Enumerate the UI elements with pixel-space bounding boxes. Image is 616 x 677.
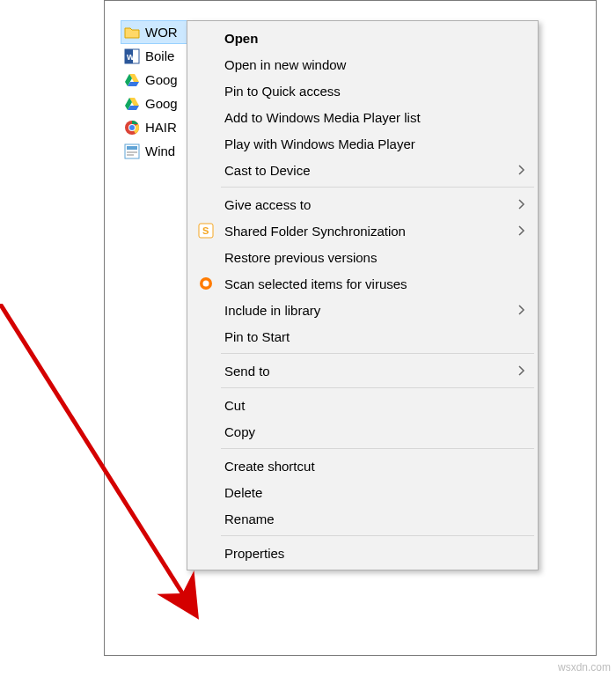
menu-restore-previous[interactable]: Restore previous versions	[189, 244, 536, 270]
menu-properties[interactable]: Properties	[189, 540, 536, 566]
menu-scan-viruses[interactable]: Scan selected items for viruses	[189, 270, 536, 297]
sync-icon: S	[198, 223, 214, 239]
menu-open-new-window[interactable]: Open in new window	[189, 51, 536, 77]
menu-label: Send to	[224, 364, 270, 379]
menu-delete[interactable]: Delete	[189, 479, 536, 505]
file-label: Boile	[145, 48, 174, 63]
file-label: WOR	[145, 25, 178, 40]
menu-cut[interactable]: Cut	[189, 392, 536, 418]
menu-label: Give access to	[224, 197, 311, 212]
app-icon	[124, 143, 140, 159]
menu-pin-to-start[interactable]: Pin to Start	[189, 323, 536, 350]
menu-copy[interactable]: Copy	[189, 418, 536, 445]
chevron-right-icon	[517, 365, 527, 376]
svg-point-11	[129, 125, 135, 130]
menu-label: Shared Folder Synchronization	[224, 224, 406, 239]
menu-label: Open in new window	[224, 57, 346, 72]
menu-label: Pin to Start	[224, 329, 290, 344]
menu-separator	[221, 387, 534, 388]
menu-shared-folder-sync[interactable]: S Shared Folder Synchronization	[189, 217, 536, 244]
svg-rect-15	[127, 154, 134, 156]
menu-cast-to-device[interactable]: Cast to Device	[189, 157, 536, 183]
file-label: HAIR	[145, 120, 177, 135]
menu-label: Create shortcut	[224, 459, 315, 474]
menu-send-to[interactable]: Send to	[189, 357, 536, 384]
context-menu: Open Open in new window Pin to Quick acc…	[187, 20, 539, 570]
menu-separator	[221, 448, 534, 449]
menu-label: Pin to Quick access	[224, 84, 341, 99]
menu-give-access-to[interactable]: Give access to	[189, 191, 536, 217]
file-label: Wind	[145, 143, 175, 158]
menu-label: Add to Windows Media Player list	[224, 110, 421, 125]
menu-label: Cut	[224, 398, 245, 413]
menu-label: Include in library	[224, 303, 320, 318]
google-drive-icon	[124, 72, 140, 88]
folder-icon	[124, 25, 140, 40]
menu-create-shortcut[interactable]: Create shortcut	[189, 453, 536, 479]
menu-label: Play with Windows Media Player	[224, 136, 415, 151]
menu-separator	[221, 353, 534, 354]
svg-rect-13	[127, 146, 137, 150]
menu-open[interactable]: Open	[189, 25, 536, 51]
menu-label: Scan selected items for viruses	[224, 276, 407, 291]
file-label: Goog	[145, 96, 178, 111]
menu-include-library[interactable]: Include in library	[189, 297, 536, 323]
menu-label: Rename	[224, 511, 275, 526]
menu-add-wmp-list[interactable]: Add to Windows Media Player list	[189, 104, 536, 130]
svg-text:S: S	[202, 225, 209, 236]
explorer-pane: WOR W Boile Goog Goog HAIR	[104, 0, 597, 656]
chevron-right-icon	[517, 305, 527, 315]
svg-point-19	[203, 281, 209, 287]
menu-pin-quick-access[interactable]: Pin to Quick access	[189, 77, 536, 104]
menu-separator	[221, 187, 534, 188]
menu-rename[interactable]: Rename	[189, 505, 536, 532]
google-drive-icon	[124, 96, 140, 112]
menu-label: Restore previous versions	[224, 250, 377, 265]
menu-label: Delete	[224, 485, 262, 500]
menu-label: Properties	[224, 546, 284, 561]
word-doc-icon: W	[124, 48, 140, 64]
svg-text:W: W	[127, 53, 135, 62]
antivirus-icon	[198, 276, 214, 291]
watermark: wsxdn.com	[558, 661, 611, 673]
menu-separator	[221, 535, 534, 536]
svg-rect-14	[127, 151, 137, 153]
menu-label: Cast to Device	[224, 163, 311, 178]
chevron-right-icon	[517, 165, 527, 175]
menu-label: Open	[224, 31, 258, 46]
menu-label: Copy	[224, 424, 255, 439]
file-label: Goog	[145, 72, 178, 87]
chrome-icon	[124, 120, 140, 136]
menu-play-wmp[interactable]: Play with Windows Media Player	[189, 130, 536, 157]
chevron-right-icon	[517, 225, 527, 236]
chevron-right-icon	[517, 199, 527, 210]
